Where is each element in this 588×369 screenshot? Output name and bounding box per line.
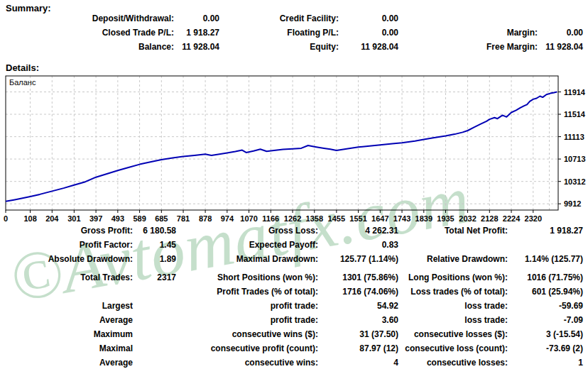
summary-row: Balance:11 928.04Equity:11 928.04Free Ma… bbox=[0, 40, 588, 54]
stat-label bbox=[399, 238, 508, 252]
y-axis-tick-label: 10312 bbox=[564, 177, 586, 186]
stat-row: Absolute Drawdown:1.89Maximal Drawdown:1… bbox=[0, 252, 588, 266]
y-axis-tick-label: 11914 bbox=[564, 88, 586, 97]
stat-value: 0.83 bbox=[318, 238, 398, 252]
stat-label: Loss trades (% of total): bbox=[399, 285, 508, 299]
summary-label: Credit Facility: bbox=[222, 11, 339, 26]
x-axis-tick-label: 2320 bbox=[525, 214, 542, 223]
stat-label: Maximal Drawdown: bbox=[178, 252, 318, 266]
stat-label: Average bbox=[0, 356, 133, 369]
stat-label: consecutive wins ($): bbox=[178, 327, 318, 341]
stat-label: Short Positions (won %): bbox=[178, 270, 318, 285]
stat-value: -7.09 bbox=[508, 313, 583, 327]
stat-value: 1 bbox=[508, 356, 583, 369]
y-axis-tick-label: 9912 bbox=[564, 199, 581, 208]
stat-label: consecutive losses ($): bbox=[399, 327, 508, 341]
stat-value bbox=[133, 299, 176, 313]
stat-value: -73.69 (2) bbox=[508, 341, 583, 356]
stat-value: 1.89 bbox=[133, 252, 176, 266]
stat-label: Total Trades: bbox=[0, 270, 133, 285]
x-axis-tick-label: 1647 bbox=[371, 214, 388, 223]
stat-row: Total Trades:2317Short Positions (won %)… bbox=[0, 270, 588, 285]
stat-row: Maximalconsecutive profit (count):87.97 … bbox=[0, 341, 588, 356]
summary-label: Margin: bbox=[400, 26, 538, 40]
x-axis-tick-label: 589 bbox=[133, 214, 146, 223]
x-axis-tick-label: 1262 bbox=[284, 214, 301, 223]
stat-value: 2317 bbox=[133, 270, 176, 285]
x-axis-tick-label: 974 bbox=[221, 214, 234, 223]
x-axis-tick-label: 781 bbox=[177, 214, 190, 223]
x-axis-tick-label: 2032 bbox=[459, 214, 476, 223]
x-axis-tick-label: 2128 bbox=[481, 214, 498, 223]
x-axis-tick-label: 0 bbox=[4, 214, 8, 223]
summary-value: 11 928.04 bbox=[174, 40, 219, 54]
stat-value: 3 (-15.54) bbox=[508, 327, 583, 341]
summary-label: Balance: bbox=[0, 40, 174, 54]
stat-row: Maximumconsecutive wins ($):31 (37.50)co… bbox=[0, 327, 588, 341]
stat-label: consecutive losses: bbox=[399, 356, 508, 369]
y-axis-tick-label: 10713 bbox=[564, 155, 586, 163]
stat-value: 3.60 bbox=[318, 313, 398, 327]
summary-value: 0.00 bbox=[339, 26, 398, 40]
x-axis-tick-label: 204 bbox=[45, 214, 59, 223]
stat-value: 4 bbox=[318, 356, 398, 369]
stat-row: Profit Trades (% of total):1716 (74.06%)… bbox=[0, 285, 588, 299]
balance-chart: 0108204301397493589685781878974107011661… bbox=[0, 75, 588, 226]
stat-label: Maximum bbox=[0, 327, 133, 341]
stat-value: 1301 (75.86%) bbox=[318, 270, 398, 285]
stat-value: -59.69 bbox=[508, 299, 583, 313]
stat-label: Long Positions (won %): bbox=[399, 270, 508, 285]
stat-label: profit trade: bbox=[178, 313, 318, 327]
x-axis-tick-label: 1358 bbox=[306, 214, 323, 223]
stat-label bbox=[0, 285, 133, 299]
summary-value: 0.00 bbox=[174, 11, 219, 26]
y-axis-tick-label: 11514 bbox=[564, 110, 586, 119]
stat-value: 125.77 (1.14%) bbox=[318, 252, 398, 266]
x-axis-tick-label: 1551 bbox=[349, 214, 366, 223]
summary-value: 11 928.04 bbox=[538, 40, 583, 54]
stat-label: Average bbox=[0, 313, 133, 327]
x-axis-tick-label: 1455 bbox=[328, 214, 345, 223]
stat-value: 1.45 bbox=[133, 238, 176, 252]
x-axis-tick-label: 1166 bbox=[262, 214, 279, 223]
stat-label: consecutive loss (count): bbox=[399, 341, 508, 356]
stat-label: loss trade: bbox=[399, 299, 508, 313]
stat-value bbox=[133, 327, 176, 341]
x-axis-tick-label: 1070 bbox=[240, 214, 257, 223]
stat-label: consecutive wins: bbox=[178, 356, 318, 369]
x-axis-tick-label: 878 bbox=[199, 214, 212, 223]
stat-label: Expected Payoff: bbox=[178, 238, 318, 252]
x-axis-tick-label: 1839 bbox=[415, 214, 432, 223]
x-axis-tick-label: 2224 bbox=[503, 214, 521, 223]
stat-row: Averageprofit trade:3.60loss trade:-7.09 bbox=[0, 313, 588, 327]
stat-value bbox=[133, 341, 176, 356]
x-axis-tick-label: 397 bbox=[89, 214, 102, 223]
stat-value bbox=[133, 356, 176, 369]
stat-value: 31 (37.50) bbox=[318, 327, 398, 341]
summary-label: Deposit/Withdrawal: bbox=[0, 11, 174, 26]
stat-label: Profit Trades (% of total): bbox=[178, 285, 318, 299]
stat-value: 1716 (74.06%) bbox=[318, 285, 398, 299]
summary-row: Deposit/Withdrawal:0.00Credit Facility:0… bbox=[0, 11, 588, 26]
chart-border bbox=[6, 76, 558, 210]
summary-label: Closed Trade P/L: bbox=[0, 26, 174, 40]
stat-value: 87.97 (12) bbox=[318, 341, 398, 356]
balance-line bbox=[6, 92, 557, 202]
stat-value bbox=[508, 238, 583, 252]
stat-value: 54.92 bbox=[318, 299, 398, 313]
stat-label: Largest bbox=[0, 299, 133, 313]
stat-value bbox=[133, 313, 176, 327]
stat-label: loss trade: bbox=[399, 313, 508, 327]
stat-value: 1016 (71.75%) bbox=[508, 270, 583, 285]
summary-value: 11 928.04 bbox=[339, 40, 398, 54]
summary-value: 1 918.27 bbox=[174, 26, 219, 40]
stat-label: Absolute Drawdown: bbox=[0, 252, 133, 266]
stat-value: 601 (25.94%) bbox=[508, 285, 583, 299]
summary-label: Free Margin: bbox=[400, 40, 538, 54]
summary-label: Equity: bbox=[222, 40, 339, 54]
stat-value: 1.14% (125.77) bbox=[508, 252, 583, 266]
summary-value bbox=[538, 11, 583, 26]
stat-label: Maximal bbox=[0, 341, 133, 356]
summary-label bbox=[400, 11, 538, 26]
chart-legend-label: Баланс bbox=[9, 78, 36, 87]
